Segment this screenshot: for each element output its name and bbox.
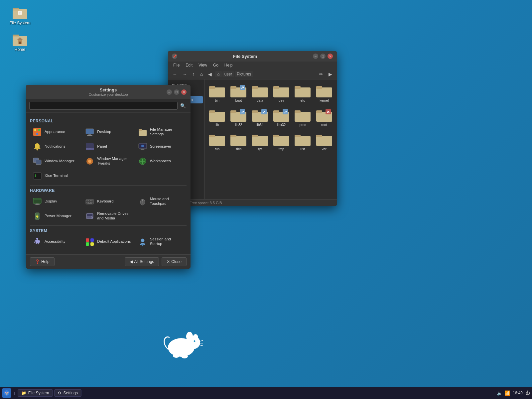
fm-prev-button[interactable]: ◀ [206,70,214,78]
accessibility-label: Accessibility [45,239,66,244]
settings-mouse-touchpad[interactable]: Mouse and Touchpad [135,195,187,208]
folder-dev-icon [273,85,289,98]
svg-text:↗: ↗ [241,110,244,114]
fm-breadcrumb-pictures[interactable]: Pictures [235,71,253,77]
folder-lib32[interactable]: ↗ lib32 [229,107,248,129]
fm-close-button[interactable]: ✕ [328,54,333,59]
settings-accessibility[interactable]: Accessibility [30,235,81,248]
settings-window-manager[interactable]: Window Manager [30,155,81,168]
settings-search-button[interactable]: 🔍 [179,102,187,110]
settings-file-manager[interactable]: File Manager Settings [135,125,187,139]
wm-tweaks-icon [85,157,94,166]
svg-rect-93 [88,200,89,201]
taskbar-filesystem-label: File System [28,391,49,395]
folder-lib64-icon: ↗ [252,109,268,122]
personal-settings-grid: Appearance Desktop [30,125,187,183]
settings-search-input[interactable] [29,102,178,110]
svg-marker-118 [141,244,144,246]
settings-close-footer-button[interactable]: ✕ Close [162,257,187,266]
folder-boot-label: boot [235,99,242,102]
settings-wm-tweaks[interactable]: Window Manager Tweaks [82,155,134,168]
folder-run[interactable]: run [208,131,226,153]
folder-var-icon [316,133,332,147]
taskbar-start-button[interactable]: 🐭 [2,388,11,398]
folder-usr[interactable]: usr [293,131,312,153]
fm-breadcrumb-user[interactable]: user [222,71,234,77]
settings-notifications[interactable]: Notifications [30,140,81,153]
folder-kernel[interactable]: kernel [315,83,333,104]
settings-close-button[interactable]: ✕ [181,89,187,95]
workspaces-label: Workspaces [150,159,171,164]
folder-root-label: root [321,123,327,127]
power-manager-label: Power Manager [45,214,71,218]
settings-minimize-button[interactable]: – [167,89,172,95]
fm-home-button[interactable]: ⌂ [198,70,205,78]
settings-screensaver[interactable]: Screensaver [135,140,187,153]
svg-rect-23 [295,86,301,89]
svg-rect-52 [273,136,289,146]
fm-pin-button[interactable]: 📌 [172,54,177,59]
fm-menu-view[interactable]: View [196,62,210,68]
fm-maximize-button[interactable]: □ [320,54,326,59]
fm-minimize-button[interactable]: – [313,54,318,59]
svg-point-103 [142,200,143,201]
settings-title-center: Settings Customize your desktop [50,87,167,96]
fm-menu-edit[interactable]: Edit [183,62,195,68]
fm-menu-file[interactable]: File [171,62,182,68]
folder-bin[interactable]: bin [208,83,226,104]
folder-lib-icon [209,109,225,122]
desktop-icon-filesystem[interactable]: File System [7,3,33,27]
fm-menu-help[interactable]: Help [222,62,235,68]
taskbar-volume-icon[interactable]: 🔉 [497,390,502,396]
settings-workspaces[interactable]: Workspaces [135,155,187,168]
folder-dev[interactable]: dev [272,83,291,104]
folder-var-label: var [322,147,327,151]
folder-lib64[interactable]: ↗ lib64 [251,107,269,129]
settings-help-button[interactable]: ❓ Help [30,257,55,266]
svg-rect-11 [19,42,21,44]
taskbar-power-icon[interactable]: ⏻ [525,390,530,396]
settings-session-startup[interactable]: Session and Startup [135,235,187,248]
fm-forward-button[interactable]: → [181,70,189,78]
fm-next-button[interactable]: ▶ [327,70,334,78]
folder-lib[interactable]: lib [208,107,226,129]
fm-back-button[interactable]: ← [171,70,179,78]
folder-etc[interactable]: etc [293,83,312,104]
fm-menu-go[interactable]: Go [210,62,221,68]
fm-breadcrumb-home[interactable]: ⌂ [215,71,221,77]
taskbar-app-filesystem[interactable]: 📁 File System [18,389,53,397]
folder-data-icon [252,85,268,98]
folder-proc[interactable]: proc [293,107,312,129]
settings-desktop[interactable]: Desktop [82,125,134,139]
folder-sys[interactable]: sys [251,131,269,153]
settings-appearance[interactable]: Appearance [30,125,81,139]
folder-sbin-icon [230,133,246,147]
taskbar-network-icon[interactable]: 📶 [504,390,510,396]
settings-keyboard[interactable]: Keyboard [82,195,134,208]
folder-tmp[interactable]: tmp [272,131,291,153]
taskbar-app-settings[interactable]: ⚙ Settings [54,389,81,397]
folder-data[interactable]: data [251,83,269,104]
desktop-icon-home[interactable]: Home [7,30,33,53]
settings-panel[interactable]: Panel [82,140,134,153]
folder-root[interactable]: ✕ root [315,107,333,129]
settings-xfce-terminal[interactable]: $ _ Xfce Terminal [30,169,81,183]
folder-boot-icon: ↗ [230,85,246,98]
folder-sbin[interactable]: sbin [229,131,248,153]
fm-up-button[interactable]: ↑ [191,70,197,78]
folder-libx32[interactable]: ↗ libx32 [272,107,291,129]
close-label: Close [171,259,182,264]
settings-removable-drives[interactable]: Removable Drives and Media [82,209,134,223]
settings-maximize-button[interactable]: □ [174,89,179,95]
home-icon-label: Home [15,47,25,52]
all-settings-button[interactable]: ◀ All Settings [125,257,159,266]
settings-display[interactable]: Display [30,195,81,208]
fm-edit-path-button[interactable]: ✏ [317,70,325,78]
folder-boot[interactable]: ↗ boot [229,83,248,104]
folder-kernel-icon [316,85,332,98]
settings-power-manager[interactable]: Power Manager [30,209,81,223]
folder-var[interactable]: var [315,131,333,153]
folder-libx32-label: libx32 [277,123,286,127]
folder-lib32-icon: ↗ [230,109,246,122]
settings-default-apps[interactable]: Default Applications [82,235,134,248]
